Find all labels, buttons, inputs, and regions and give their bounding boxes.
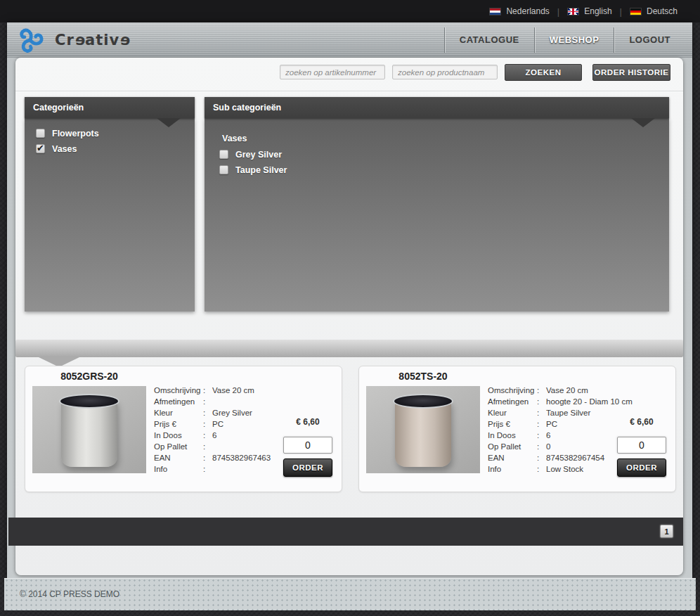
language-bar: Nederlands | English | Deutsch	[0, 0, 700, 23]
nav-catalogue[interactable]: CATALOGUE	[445, 23, 534, 58]
triskelion-logo-icon	[17, 27, 44, 53]
detail-label: Info	[154, 463, 203, 475]
site-header: Creative CATALOGUE WEBSHOP LOGOUT	[7, 23, 692, 58]
divider	[15, 91, 683, 91]
categories-panel-body: Flowerpots Vases	[25, 118, 195, 312]
quantity-input[interactable]	[617, 437, 666, 454]
productnaam-search-input[interactable]	[392, 65, 498, 79]
product-price: € 6,60	[617, 417, 666, 427]
product-image	[32, 386, 146, 473]
product-details: Omschrijving:Vase 20 cm Afmetingen: Kleu…	[154, 385, 305, 475]
detail-label: In Doos	[154, 430, 203, 441]
order-button[interactable]: ORDER	[283, 458, 332, 477]
category-label: Vases	[52, 144, 77, 154]
detail-label: Prijs €	[154, 418, 203, 430]
detail-row: Op Pallet:0	[488, 441, 639, 452]
vase-illustration	[61, 399, 117, 467]
page-footer: © 2014 CP PRESS DEMO	[4, 578, 696, 610]
order-historie-button[interactable]: ORDER HISTORIE	[592, 64, 670, 81]
product-card: 8052TS-20 Omschrijving:Vase 20 cm Afmeti…	[358, 366, 676, 492]
subcategory-grey-silver[interactable]: Grey Silver	[219, 149, 669, 160]
nav-logout[interactable]: LOGOUT	[614, 23, 685, 58]
order-button[interactable]: ORDER	[617, 458, 666, 477]
detail-value: hoogte 20 - Diam 10 cm	[546, 396, 639, 407]
detail-label: Afmetingen	[488, 396, 537, 407]
page-1-button[interactable]: 1	[660, 525, 673, 538]
vases-checkbox[interactable]	[36, 144, 45, 153]
language-label: English	[584, 6, 611, 16]
zoeken-button[interactable]: ZOEKEN	[505, 64, 582, 81]
vase-illustration	[395, 399, 451, 467]
detail-value	[212, 396, 305, 407]
detail-value: Vase 20 cm	[212, 385, 305, 396]
subcategory-label: Grey Silver	[235, 150, 282, 160]
divider: |	[620, 6, 622, 17]
results-divider-bar	[15, 340, 683, 357]
detail-colon: :	[203, 452, 212, 463]
detail-row: Info:Low Stock	[488, 463, 639, 475]
subcategories-panel-header: Sub categorieën	[205, 97, 669, 118]
detail-label: Prijs €	[488, 418, 537, 430]
detail-colon: :	[203, 385, 212, 396]
categories-panel: Categorieën Flowerpots Vases	[25, 97, 195, 312]
language-nederlands[interactable]: Nederlands	[489, 6, 549, 16]
subcategories-panel: Sub categorieën Vases Grey Silver Taupe …	[205, 97, 669, 312]
detail-row: In Doos:6	[154, 430, 305, 441]
detail-label: Info	[488, 463, 537, 475]
detail-label: Kleur	[488, 407, 537, 418]
detail-colon: :	[203, 418, 212, 430]
subcategory-label: Taupe Silver	[235, 165, 287, 175]
quantity-input[interactable]	[283, 437, 332, 454]
detail-row: Prijs €:PC	[488, 418, 639, 430]
detail-row: EAN:8745382967454	[488, 452, 639, 463]
detail-label: Op Pallet	[154, 441, 203, 452]
detail-colon: :	[537, 407, 546, 418]
language-deutsch[interactable]: Deutsch	[630, 6, 678, 16]
detail-label: EAN	[154, 452, 203, 463]
product-image	[366, 386, 480, 473]
detail-row: Info:	[154, 463, 305, 475]
detail-label: Op Pallet	[488, 441, 537, 452]
detail-row: Afmetingen:hoogte 20 - Diam 10 cm	[488, 396, 639, 407]
product-code: 8052TS-20	[366, 371, 480, 382]
detail-row: Kleur:Taupe Silver	[488, 407, 639, 418]
divider: |	[557, 6, 559, 17]
page-container: Creative CATALOGUE WEBSHOP LOGOUT ZOEKEN…	[7, 23, 692, 578]
detail-label: EAN	[488, 452, 537, 463]
category-vases[interactable]: Vases	[36, 143, 195, 154]
detail-colon: :	[203, 407, 212, 418]
detail-colon: :	[537, 463, 546, 475]
detail-row: Prijs €:PC	[154, 418, 305, 430]
subcategory-taupe-silver[interactable]: Taupe Silver	[219, 165, 669, 175]
detail-colon: :	[537, 430, 546, 441]
pagination-bar: 1	[8, 518, 683, 546]
grey-silver-checkbox[interactable]	[219, 150, 228, 159]
language-english[interactable]: English	[567, 6, 611, 16]
chevron-down-icon	[157, 118, 181, 127]
subcategory-group-label: Vases	[222, 134, 669, 143]
gb-flag-icon	[567, 8, 579, 15]
category-flowerpots[interactable]: Flowerpots	[36, 128, 195, 139]
detail-colon: :	[537, 452, 546, 463]
category-label: Flowerpots	[52, 129, 99, 139]
nav-webshop[interactable]: WEBSHOP	[535, 23, 614, 58]
detail-label: In Doos	[488, 430, 537, 441]
chevron-down-icon	[631, 118, 655, 127]
detail-row: In Doos:6	[488, 430, 639, 441]
product-code: 8052GRS-20	[32, 371, 146, 382]
taupe-silver-checkbox[interactable]	[219, 165, 228, 174]
subcategories-panel-body: Vases Grey Silver Taupe Silver	[205, 118, 669, 312]
artikelnummer-search-input[interactable]	[280, 65, 385, 79]
detail-colon: :	[203, 396, 212, 407]
categories-panel-header: Categorieën	[25, 97, 195, 118]
detail-colon: :	[203, 463, 212, 475]
detail-label: Kleur	[154, 407, 203, 418]
content-area: ZOEKEN ORDER HISTORIE Categorieën Flower…	[15, 58, 683, 575]
flowerpots-checkbox[interactable]	[36, 129, 45, 138]
detail-colon: :	[203, 441, 212, 452]
logo[interactable]: Creative	[17, 27, 130, 53]
product-card: 8052GRS-20 Omschrijving:Vase 20 cm Afmet…	[25, 366, 342, 492]
detail-colon: :	[537, 396, 546, 407]
detail-colon: :	[537, 385, 546, 396]
detail-row: Op Pallet:	[154, 441, 305, 452]
